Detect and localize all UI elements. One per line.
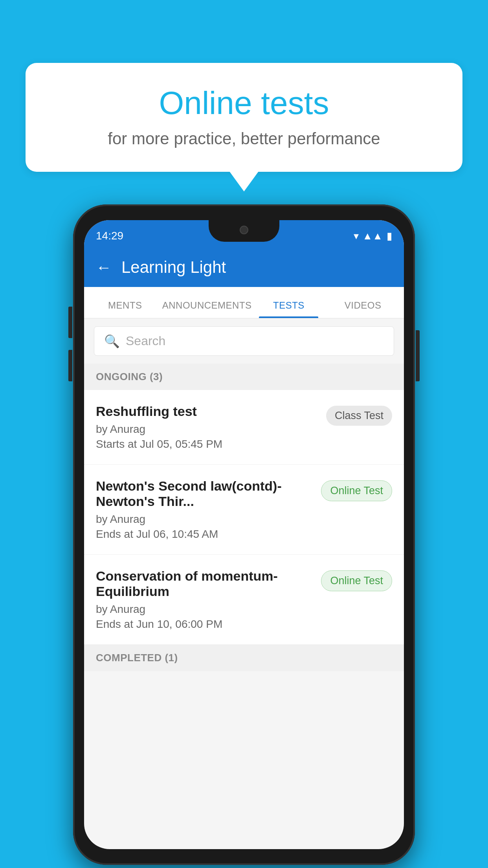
tab-ments[interactable]: MENTS bbox=[88, 300, 162, 318]
bubble-title: Online tests bbox=[49, 85, 439, 121]
test-item[interactable]: Conservation of momentum-Equilibrium by … bbox=[84, 555, 404, 645]
speech-bubble: Online tests for more practice, better p… bbox=[26, 63, 462, 172]
back-button[interactable]: ← bbox=[96, 259, 112, 276]
test-badge: Online Test bbox=[321, 480, 392, 501]
tabs-container: MENTS ANNOUNCEMENTS TESTS VIDEOS bbox=[84, 287, 404, 318]
test-author: by Anurag bbox=[96, 603, 313, 616]
ongoing-section-header: ONGOING (3) bbox=[84, 364, 404, 390]
test-name: Conservation of momentum-Equilibrium bbox=[96, 568, 313, 599]
test-name: Reshuffling test bbox=[96, 404, 318, 419]
status-icons: ▾ ▲▲ ▮ bbox=[354, 230, 392, 242]
test-info: Conservation of momentum-Equilibrium by … bbox=[96, 568, 321, 631]
test-author: by Anurag bbox=[96, 423, 318, 436]
phone-mockup: 14:29 ▾ ▲▲ ▮ ← Learning Light MENTS ANNO… bbox=[73, 204, 415, 865]
search-placeholder: Search bbox=[126, 334, 165, 348]
test-item[interactable]: Reshuffling test by Anurag Starts at Jul… bbox=[84, 390, 404, 465]
test-info: Reshuffling test by Anurag Starts at Jul… bbox=[96, 404, 326, 451]
test-list: Reshuffling test by Anurag Starts at Jul… bbox=[84, 390, 404, 645]
power-button bbox=[416, 330, 420, 381]
test-name: Newton's Second law(contd)-Newton's Thir… bbox=[96, 478, 313, 509]
phone-notch bbox=[209, 220, 279, 242]
battery-icon: ▮ bbox=[387, 230, 392, 242]
test-time: Ends at Jun 10, 06:00 PM bbox=[96, 618, 313, 631]
test-time: Starts at Jul 05, 05:45 PM bbox=[96, 438, 318, 451]
app-bar: ← Learning Light bbox=[84, 248, 404, 287]
test-badge: Class Test bbox=[326, 406, 392, 426]
signal-icon: ▲▲ bbox=[363, 230, 383, 242]
app-bar-title: Learning Light bbox=[121, 258, 226, 277]
search-container: 🔍 Search bbox=[84, 318, 404, 364]
bubble-subtitle: for more practice, better performance bbox=[49, 129, 439, 148]
tab-tests[interactable]: TESTS bbox=[252, 300, 326, 318]
camera-icon bbox=[240, 226, 248, 234]
search-bar[interactable]: 🔍 Search bbox=[94, 326, 394, 356]
tab-announcements[interactable]: ANNOUNCEMENTS bbox=[162, 300, 252, 318]
volume-up-button bbox=[68, 307, 72, 338]
tab-videos[interactable]: VIDEOS bbox=[326, 300, 400, 318]
search-icon: 🔍 bbox=[104, 334, 120, 349]
test-author: by Anurag bbox=[96, 513, 313, 526]
wifi-icon: ▾ bbox=[354, 230, 359, 242]
test-time: Ends at Jul 06, 10:45 AM bbox=[96, 528, 313, 541]
volume-down-button bbox=[68, 350, 72, 381]
test-info: Newton's Second law(contd)-Newton's Thir… bbox=[96, 478, 321, 541]
test-badge: Online Test bbox=[321, 570, 392, 591]
completed-section-header: COMPLETED (1) bbox=[84, 645, 404, 671]
phone-screen: 14:29 ▾ ▲▲ ▮ ← Learning Light MENTS ANNO… bbox=[84, 220, 404, 849]
status-time: 14:29 bbox=[96, 230, 123, 242]
test-item[interactable]: Newton's Second law(contd)-Newton's Thir… bbox=[84, 465, 404, 555]
